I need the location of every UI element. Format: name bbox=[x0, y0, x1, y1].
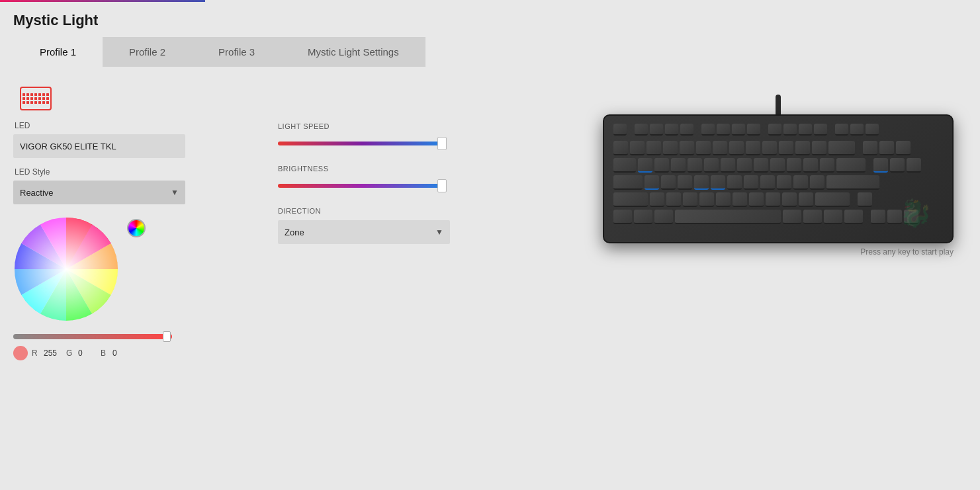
direction-dropdown-arrow: ▼ bbox=[435, 227, 443, 237]
key-row-numbers bbox=[613, 141, 943, 155]
key-row-fn bbox=[613, 124, 943, 138]
color-dot-picker[interactable] bbox=[127, 219, 146, 237]
g-value: 0 bbox=[78, 348, 97, 358]
top-gradient-bar bbox=[0, 0, 205, 2]
tab-profile3[interactable]: Profile 3 bbox=[192, 37, 281, 67]
keyboard-body: 🐉 bbox=[603, 114, 954, 243]
right-panel: 🐉 Press any key to start play bbox=[470, 121, 967, 360]
brightness-slider[interactable] bbox=[278, 178, 457, 194]
key-row-zxcv bbox=[613, 192, 943, 207]
brightness-label: BRIGHTNESS bbox=[278, 165, 450, 173]
tabs-bar: Profile 1 Profile 2 Profile 3 Mystic Lig… bbox=[0, 37, 980, 67]
tab-mystic-light-settings[interactable]: Mystic Light Settings bbox=[281, 37, 425, 67]
r-label: R bbox=[32, 348, 40, 358]
direction-dropdown[interactable]: Zone ▼ bbox=[278, 220, 450, 244]
rgb-value-row: R 255 G 0 B 0 bbox=[13, 346, 258, 360]
keyboard-device-icon[interactable] bbox=[20, 87, 52, 110]
tab-profile2[interactable]: Profile 2 bbox=[103, 37, 192, 67]
brightness-thumb bbox=[437, 179, 447, 192]
keyboard-preview: 🐉 Press any key to start play bbox=[603, 114, 954, 257]
r-channel-slider[interactable] bbox=[13, 334, 172, 339]
controls-row: LED VIGOR GK50 ELITE TKL LED Style React… bbox=[13, 121, 967, 360]
main-content: LED VIGOR GK50 ELITE TKL LED Style React… bbox=[0, 67, 980, 374]
left-panel: LED VIGOR GK50 ELITE TKL LED Style React… bbox=[13, 121, 258, 360]
direction-label: DIRECTION bbox=[278, 207, 450, 215]
svg-point-2 bbox=[15, 218, 118, 321]
led-style-dropdown-arrow: ▼ bbox=[171, 188, 179, 197]
key-row-qwerty bbox=[613, 158, 943, 173]
led-style-label: LED Style bbox=[15, 167, 258, 177]
r-value: 255 bbox=[44, 348, 62, 358]
brightness-track bbox=[278, 184, 447, 188]
key-row-asdf bbox=[613, 175, 943, 190]
led-device-dropdown[interactable]: VIGOR GK50 ELITE TKL bbox=[13, 134, 185, 158]
light-speed-track bbox=[278, 142, 447, 145]
color-swatch bbox=[13, 346, 28, 360]
tab-profile1[interactable]: Profile 1 bbox=[13, 37, 103, 67]
light-speed-label: LIGHT SPEED bbox=[278, 122, 450, 130]
b-label: B bbox=[101, 348, 109, 358]
b-value: 0 bbox=[112, 348, 131, 358]
g-label: G bbox=[66, 348, 74, 358]
led-style-dropdown[interactable]: Reactive ▼ bbox=[13, 181, 185, 204]
led-section-label: LED bbox=[15, 121, 258, 130]
app-title: Mystic Light bbox=[0, 0, 980, 37]
light-speed-slider[interactable] bbox=[278, 136, 457, 151]
keyboard-dots-icon bbox=[22, 93, 49, 104]
center-panel: LIGHT SPEED BRIGHTNESS DIRECTION Zone ▼ bbox=[258, 121, 470, 360]
color-wheel[interactable] bbox=[13, 216, 119, 322]
msi-dragon-logo: 🐉 bbox=[899, 198, 932, 229]
r-slider-thumb bbox=[163, 331, 171, 342]
color-picker-area bbox=[13, 216, 258, 322]
press-any-key-hint: Press any key to start play bbox=[603, 247, 954, 257]
light-speed-thumb bbox=[437, 137, 447, 150]
key-row-bottom bbox=[613, 210, 943, 224]
